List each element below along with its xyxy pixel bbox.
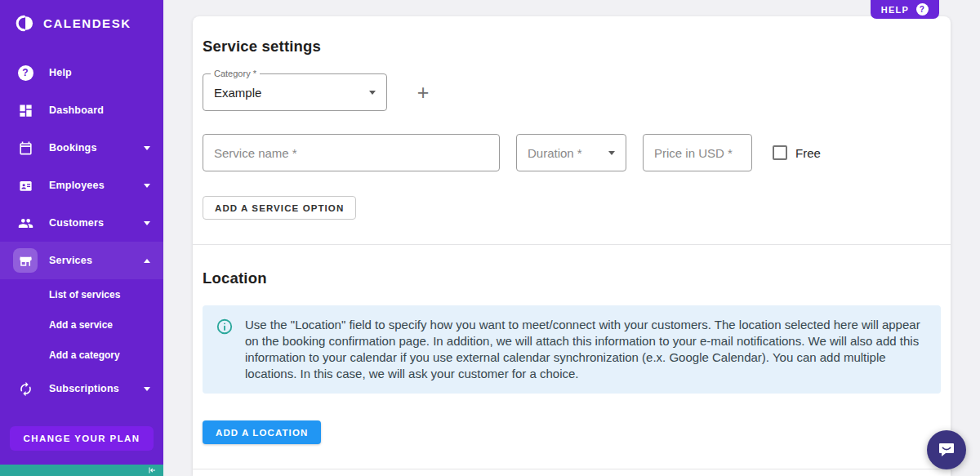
submenu-item-list-of-services[interactable]: List of services: [0, 279, 163, 309]
sidebar-item-label: Bookings: [49, 142, 97, 153]
help-button[interactable]: HELP ?: [871, 0, 939, 19]
sidebar: CALENDESK ? Help Dashboard Bookings: [0, 0, 163, 476]
change-plan-button[interactable]: CHANGE YOUR PLAN: [10, 426, 154, 451]
location-title: Location: [203, 269, 941, 287]
help-button-label: HELP: [881, 5, 909, 15]
calendesk-logo-icon: [13, 12, 35, 34]
location-section: Location Use the "Location" field to spe…: [193, 245, 951, 444]
sidebar-item-label: Subscriptions: [49, 383, 119, 394]
autorenew-icon: [13, 376, 38, 401]
brand[interactable]: CALENDESK: [0, 0, 163, 46]
service-name-input[interactable]: [203, 134, 500, 171]
submenu-item-add-a-service[interactable]: Add a service: [0, 309, 163, 340]
people-icon: [13, 211, 38, 235]
category-label: Category *: [211, 69, 260, 78]
sidebar-item-label: Services: [49, 255, 92, 266]
duration-placeholder: Duration *: [528, 146, 582, 160]
chevron-up-icon: [144, 259, 150, 263]
badge-icon: [13, 173, 38, 198]
free-checkbox[interactable]: [773, 145, 787, 160]
sidebar-item-customers[interactable]: Customers: [0, 204, 163, 242]
sidebar-item-bookings[interactable]: Bookings: [0, 129, 163, 167]
free-checkbox-label: Free: [795, 146, 821, 160]
services-submenu: List of services Add a service Add a cat…: [0, 279, 163, 370]
calendar-icon: [13, 136, 38, 160]
service-settings-section: Service settings Category * Example + Du…: [193, 16, 951, 220]
chevron-down-icon: [144, 146, 150, 150]
main-card: Service settings Category * Example + Du…: [193, 16, 951, 476]
chat-widget-button[interactable]: [927, 430, 966, 469]
location-info-text: Use the "Location" field to specify how …: [245, 317, 928, 382]
chat-bubble-icon: [937, 440, 956, 460]
add-category-button[interactable]: +: [407, 76, 439, 109]
free-checkbox-row[interactable]: Free: [773, 145, 821, 160]
info-icon: [216, 317, 234, 339]
store-icon: [13, 248, 38, 273]
chevron-down-icon: [608, 151, 615, 155]
chevron-down-icon: [144, 221, 150, 225]
price-input[interactable]: [643, 134, 752, 171]
sidebar-nav: ? Help Dashboard Bookings Employees: [0, 54, 163, 407]
sidebar-item-label: Employees: [49, 180, 105, 191]
sidebar-item-employees[interactable]: Employees: [0, 167, 163, 204]
add-service-option-button[interactable]: ADD A SERVICE OPTION: [203, 196, 356, 220]
chevron-down-icon: [369, 91, 376, 95]
brand-name: CALENDESK: [43, 16, 131, 30]
sidebar-item-subscriptions[interactable]: Subscriptions: [0, 370, 163, 407]
category-row: Category * Example +: [203, 73, 941, 111]
add-location-button[interactable]: ADD A LOCATION: [203, 420, 321, 444]
section-divider: [193, 469, 951, 469]
chevron-down-icon: [144, 387, 150, 391]
sidebar-item-services[interactable]: Services: [0, 242, 163, 279]
category-value: Example: [214, 86, 261, 100]
sidebar-footer-bar: [0, 465, 163, 476]
collapse-sidebar-icon[interactable]: [147, 465, 157, 475]
category-select[interactable]: Category * Example: [203, 73, 387, 111]
sidebar-item-help[interactable]: ? Help: [0, 54, 163, 91]
sidebar-item-label: Help: [49, 67, 72, 78]
sidebar-item-label: Customers: [49, 217, 104, 229]
sidebar-item-label: Dashboard: [49, 105, 104, 116]
help-icon: ?: [13, 60, 38, 85]
chevron-down-icon: [144, 184, 150, 188]
submenu-item-add-a-category[interactable]: Add a category: [0, 340, 163, 370]
service-settings-title: Service settings: [203, 38, 941, 56]
service-fields-row: Duration * Free: [203, 134, 941, 171]
help-question-icon: ?: [916, 3, 929, 16]
duration-select[interactable]: Duration *: [516, 134, 626, 171]
sidebar-item-dashboard[interactable]: Dashboard: [0, 91, 163, 129]
dashboard-icon: [13, 98, 38, 122]
location-info-alert: Use the "Location" field to specify how …: [203, 305, 941, 394]
